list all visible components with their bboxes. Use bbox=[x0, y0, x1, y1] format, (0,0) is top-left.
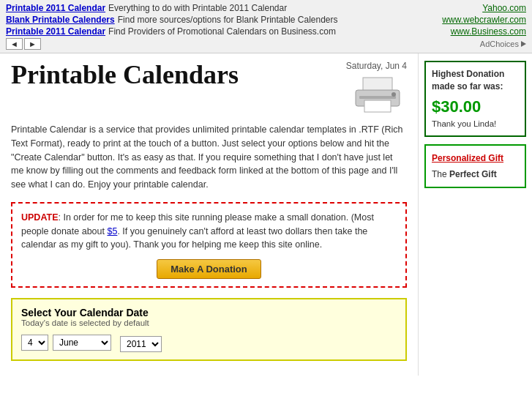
date-display: Saturday, Jun 4 bbox=[346, 61, 407, 71]
ad-choices: AdChoices bbox=[480, 40, 526, 48]
ad-source-2[interactable]: www.Business.com bbox=[451, 26, 526, 37]
sidebar: Highest Donation made so far was: $30.00… bbox=[419, 53, 532, 376]
svg-rect-2 bbox=[364, 100, 391, 112]
ad-row: Blank Printable Calenders Find more sour… bbox=[6, 15, 526, 25]
calendar-select-box: Select Your Calendar Date Today's date i… bbox=[11, 298, 407, 361]
ad-choices-label: AdChoices bbox=[480, 40, 519, 48]
ad-desc-1: Find more sources/options for Blank Prin… bbox=[118, 15, 440, 25]
adchoices-arrow-icon bbox=[521, 41, 526, 47]
ad-row: Printable 2011 Calendar Everything to do… bbox=[6, 3, 526, 13]
selects-row: 4 June 2011 bbox=[21, 333, 397, 352]
gift-link[interactable]: Personalized Gift bbox=[432, 152, 519, 165]
ad-title-1[interactable]: Blank Printable Calenders bbox=[6, 15, 115, 25]
ad-title-2[interactable]: Printable 2011 Calendar bbox=[6, 26, 105, 37]
year-select[interactable]: 2011 bbox=[120, 336, 162, 352]
update-text: UPDATE: In order for me to keep this sit… bbox=[21, 211, 397, 252]
ad-desc-2: Find Providers of Promotional Calendars … bbox=[108, 26, 448, 37]
ad-nav-buttons: ◄ ► bbox=[6, 38, 41, 50]
ad-title-0[interactable]: Printable 2011 Calendar bbox=[6, 3, 105, 13]
svg-point-4 bbox=[391, 92, 396, 97]
header-right: Saturday, Jun 4 bbox=[346, 61, 407, 120]
donate-button[interactable]: Make A Donation bbox=[157, 259, 261, 279]
ad-banner: Printable 2011 Calendar Everything to do… bbox=[0, 0, 532, 53]
gift-box: Personalized Gift The Perfect Gift bbox=[424, 144, 526, 188]
gift-text: The Perfect Gift bbox=[432, 168, 519, 181]
ad-desc-0: Everything to do with Printable 2011 Cal… bbox=[108, 3, 479, 13]
donation-box-title: Highest Donation made so far was: bbox=[432, 68, 519, 93]
svg-rect-3 bbox=[359, 96, 396, 99]
ad-next-button[interactable]: ► bbox=[24, 38, 41, 50]
ad-prev-button[interactable]: ◄ bbox=[6, 38, 23, 50]
ad-nav-row: ◄ ► AdChoices bbox=[6, 38, 526, 50]
donation-amount-display: $30.00 bbox=[432, 96, 519, 119]
donation-info-box: Highest Donation made so far was: $30.00… bbox=[424, 61, 526, 137]
donate-button-area: Make A Donation bbox=[21, 259, 397, 279]
month-select[interactable]: June bbox=[53, 335, 111, 351]
description-text: Printable Calendar is a service that pro… bbox=[11, 123, 407, 192]
main-container: Printable Calendars Saturday, Jun 4 bbox=[0, 53, 532, 376]
update-box: UPDATE: In order for me to keep this sit… bbox=[11, 202, 407, 288]
update-label: UPDATE bbox=[21, 212, 58, 223]
main-content: Printable Calendars Saturday, Jun 4 bbox=[0, 53, 419, 376]
ad-source-1[interactable]: www.webcrawler.com bbox=[442, 15, 526, 25]
page-title: Printable Calendars bbox=[11, 61, 239, 90]
calendar-select-title: Select Your Calendar Date bbox=[21, 307, 397, 318]
ad-row: Printable 2011 Calendar Find Providers o… bbox=[6, 26, 526, 37]
ad-source-0[interactable]: Yahoo.com bbox=[482, 3, 526, 13]
calendar-select-subtitle: Today's date is selected by default bbox=[21, 318, 397, 327]
day-select[interactable]: 4 bbox=[21, 335, 48, 351]
donation-amount-link[interactable]: $5 bbox=[107, 226, 117, 236]
donation-thanks: Thank you Linda! bbox=[432, 118, 519, 130]
printer-icon bbox=[348, 74, 407, 118]
header-left: Printable Calendars bbox=[11, 61, 239, 90]
